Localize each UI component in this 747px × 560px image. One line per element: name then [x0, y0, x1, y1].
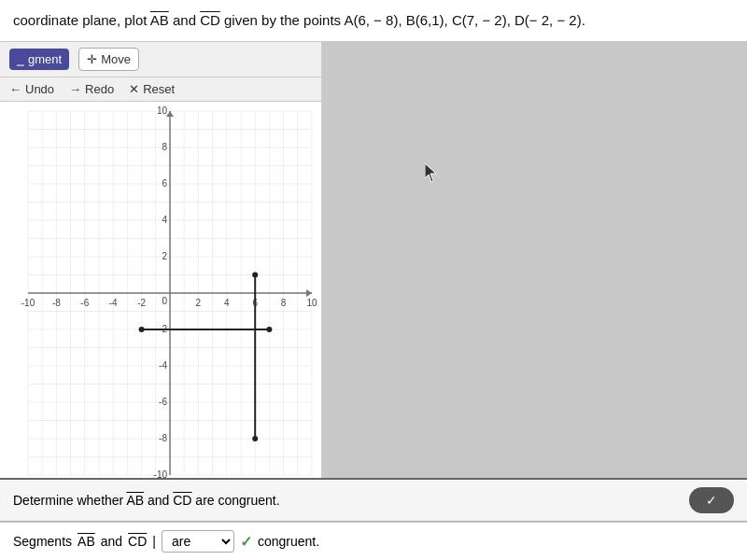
undo-label: Undo [25, 82, 54, 96]
reset-label: Reset [143, 82, 175, 96]
determine-and: and [144, 493, 173, 508]
move-tool-button[interactable]: ✛ Move [78, 48, 139, 71]
instruction-bar: coordinate plane, plot AB and CD given b… [0, 0, 747, 42]
determine-text: Determine whether AB and CD are congruen… [13, 493, 280, 508]
check-button[interactable]: ✓ [689, 487, 734, 513]
cd-overline-answer: CD [128, 534, 147, 549]
cd-overline-determine: CD [173, 493, 191, 508]
svg-marker-0 [425, 163, 436, 182]
cursor-indicator [425, 163, 436, 175]
redo-button[interactable]: → Redo [69, 82, 114, 96]
answer-separator: | [152, 534, 156, 549]
redo-label: Redo [85, 82, 114, 96]
instruction-text-prefix: coordinate plane, plot [13, 12, 150, 28]
answer-bar: Segments AB and CD | are are not ✓ congr… [0, 522, 747, 560]
bottom-section: Determine whether AB and CD are congruen… [0, 478, 747, 560]
determine-suffix: are congruent. [191, 493, 279, 508]
redo-icon: → [69, 82, 81, 96]
segment-tool-label: gment [28, 52, 62, 66]
ab-overline-determine: AB [126, 493, 144, 508]
check-icon: ✓ [706, 493, 717, 508]
controls-row: ← Undo → Redo ✕ Reset [0, 77, 321, 102]
graph-area[interactable] [0, 102, 321, 478]
ab-overline-answer: AB [78, 534, 95, 549]
right-panel [322, 42, 747, 478]
move-tool-label: Move [101, 52, 131, 66]
instruction-text-and: and [169, 12, 200, 28]
move-icon: ✛ [87, 52, 97, 66]
congruent-dropdown[interactable]: are are not [162, 530, 234, 553]
answer-check-icon: ✓ [240, 533, 252, 551]
segment-tool-button[interactable]: ⎯ gment [9, 49, 69, 70]
determine-bar: Determine whether AB and CD are congruen… [0, 480, 747, 522]
cd-overline-instruction: CD [200, 12, 220, 28]
reset-button[interactable]: ✕ Reset [129, 82, 175, 96]
reset-icon: ✕ [129, 82, 139, 96]
segment-icon: ⎯ [17, 52, 24, 66]
content-area: ⎯ gment ✛ Move ← Undo → Redo [0, 42, 747, 478]
determine-prefix: Determine whether [13, 493, 126, 508]
instruction-text-suffix: given by the points A(6, − 8), B(6,1), C… [220, 12, 585, 28]
ab-overline-instruction: AB [150, 12, 169, 28]
answer-prefix: Segments [13, 534, 72, 549]
answer-suffix: congruent. [258, 534, 319, 549]
toolbar-row: ⎯ gment ✛ Move [0, 42, 321, 77]
undo-icon: ← [9, 82, 21, 96]
undo-button[interactable]: ← Undo [9, 82, 54, 96]
main-container: coordinate plane, plot AB and CD given b… [0, 0, 747, 560]
left-panel: ⎯ gment ✛ Move ← Undo → Redo [0, 42, 322, 478]
answer-and: and [101, 534, 122, 549]
